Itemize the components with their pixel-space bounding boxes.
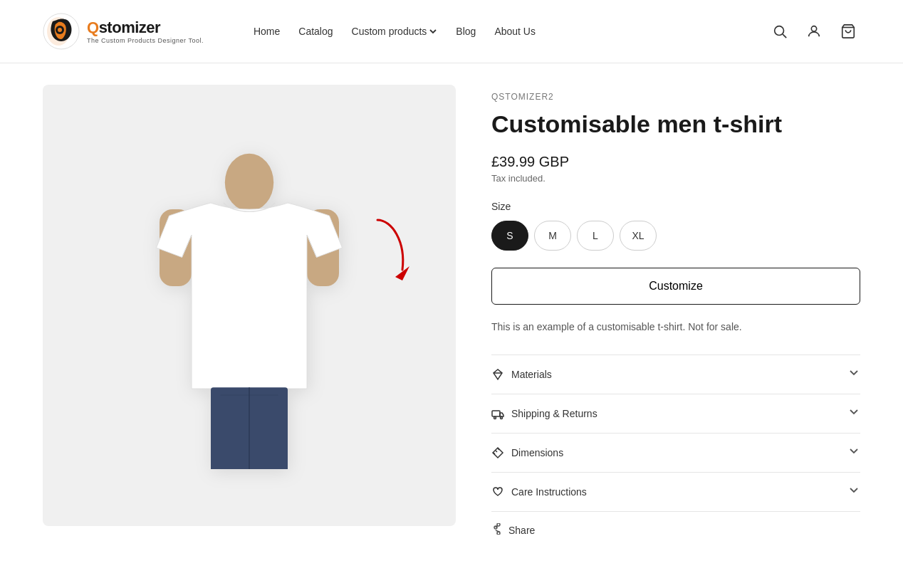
accordion-shipping-header[interactable]: Shipping & Returns [491, 394, 860, 433]
svg-rect-14 [492, 411, 500, 416]
product-image-container [43, 85, 456, 526]
svg-point-5 [811, 26, 816, 31]
size-label: Size [491, 201, 860, 212]
accordion-care: Care Instructions [491, 473, 860, 512]
product-image-section [43, 85, 456, 549]
svg-point-7 [225, 154, 273, 211]
accordion-shipping: Shipping & Returns [491, 394, 860, 434]
login-button[interactable] [802, 19, 826, 43]
cart-icon [840, 23, 856, 39]
accordion-dimensions-header[interactable]: Dimensions [491, 434, 860, 472]
accordion-materials: Materials [491, 355, 860, 394]
accordion-dimensions-label: Dimensions [511, 447, 563, 458]
search-icon [772, 23, 788, 39]
size-xl[interactable]: XL [620, 221, 657, 251]
svg-point-16 [501, 416, 503, 419]
accordion-materials-header[interactable]: Materials [491, 355, 860, 394]
dimensions-chevron-icon [847, 445, 860, 461]
product-description: This is an example of a customisable t-s… [491, 319, 860, 335]
share-icon [491, 523, 503, 537]
tshirt-image [121, 142, 377, 469]
logo-tagline: The Custom Products Designer Tool. [87, 37, 204, 44]
accordion-care-header[interactable]: Care Instructions [491, 473, 860, 511]
tax-info: Tax included. [491, 173, 860, 184]
size-options: S M L XL [491, 221, 860, 251]
logo-icon [43, 13, 80, 50]
logo-text: Qstomizer The Custom Products Designer T… [87, 19, 204, 44]
nav-about[interactable]: About Us [487, 21, 543, 41]
accordion-materials-label: Materials [511, 369, 552, 380]
user-icon [806, 23, 822, 39]
main-nav: Home Catalog Custom products Blog About … [246, 21, 739, 41]
truck-icon [491, 407, 504, 420]
share-section[interactable]: Share [491, 512, 860, 549]
product-title: Customisable men t-shirt [491, 109, 860, 140]
svg-point-3 [58, 28, 62, 32]
heart-icon [491, 485, 504, 498]
logo-prefix: Q [87, 19, 99, 36]
ruler-icon [491, 446, 504, 459]
logo-brand: Qstomizer [87, 19, 204, 37]
svg-point-15 [494, 416, 496, 419]
header: Qstomizer The Custom Products Designer T… [0, 0, 903, 63]
size-s[interactable]: S [491, 221, 528, 251]
care-chevron-icon [847, 484, 860, 500]
customize-button[interactable]: Customize [491, 268, 860, 305]
shipping-chevron-icon [847, 406, 860, 421]
header-icons [768, 19, 860, 43]
svg-point-4 [775, 26, 784, 36]
page-wrapper: Qstomizer The Custom Products Designer T… [0, 0, 903, 588]
accordion-dimensions: Dimensions [491, 434, 860, 473]
size-l[interactable]: L [577, 221, 614, 251]
red-arrow-annotation [356, 213, 413, 298]
materials-chevron-icon [847, 367, 860, 382]
nav-catalog[interactable]: Catalog [291, 21, 340, 41]
accordion: Materials Shipping & Returns [491, 355, 860, 512]
share-label: Share [508, 525, 535, 536]
chevron-down-icon [429, 27, 437, 36]
logo-area: Qstomizer The Custom Products Designer T… [43, 13, 204, 50]
nav-home[interactable]: Home [246, 21, 287, 41]
accordion-care-label: Care Instructions [511, 486, 587, 498]
diamond-icon [491, 368, 504, 381]
cart-button[interactable] [836, 19, 860, 43]
accordion-shipping-label: Shipping & Returns [511, 408, 597, 419]
product-vendor: QSTOMIZER2 [491, 92, 860, 102]
size-m[interactable]: M [534, 221, 571, 251]
nav-custom-products[interactable]: Custom products [345, 21, 445, 41]
nav-blog[interactable]: Blog [449, 21, 483, 41]
search-button[interactable] [768, 19, 792, 43]
product-price: £39.99 GBP [491, 154, 860, 170]
main-content: QSTOMIZER2 Customisable men t-shirt £39.… [0, 63, 903, 570]
product-details: QSTOMIZER2 Customisable men t-shirt £39.… [491, 85, 860, 549]
